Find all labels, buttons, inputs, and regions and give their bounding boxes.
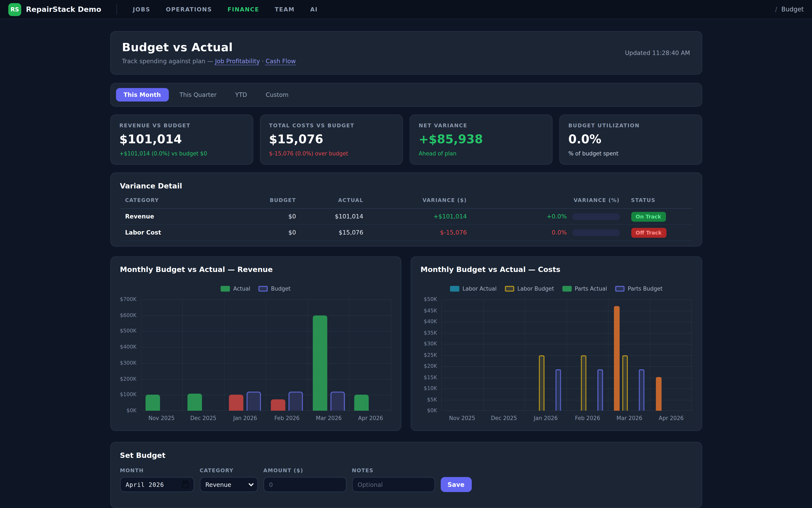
cell-variance-usd: $-15,076 — [363, 229, 467, 236]
legend-item-labor-budget[interactable]: Labor Budget — [505, 285, 554, 292]
kpi-sub: Ahead of plan — [419, 150, 543, 156]
cell-variance-usd: +$101,014 — [363, 213, 467, 220]
select-value: Revenue — [205, 481, 231, 488]
x-tick-label: Feb 2026 — [567, 415, 608, 421]
chart-legend: ActualBudget — [120, 285, 391, 292]
nav-item-team[interactable]: TEAM — [275, 6, 295, 13]
x-tick-label: Mar 2026 — [308, 415, 350, 421]
progress-track — [572, 213, 619, 220]
field-label: MONTH — [120, 468, 194, 473]
variance-detail-card: Variance Detail CATEGORYBUDGETACTUALVARI… — [110, 173, 702, 247]
legend-item-parts-actual[interactable]: Parts Actual — [562, 285, 607, 292]
field-month: MONTHApril 2026 — [120, 468, 194, 492]
nav-item-ai[interactable]: AI — [310, 6, 318, 13]
month-input[interactable]: April 2026 — [120, 477, 194, 492]
cell-category: Revenue — [125, 213, 242, 220]
legend-item-actual[interactable]: Actual — [221, 285, 250, 292]
variance-detail-title: Variance Detail — [120, 182, 692, 190]
bar-parts-budget-feb-2026 — [597, 369, 603, 411]
legend-swatch-icon — [505, 286, 514, 291]
column-header-variance: VARIANCE ($) — [363, 197, 467, 203]
tab-custom[interactable]: Custom — [258, 88, 296, 101]
cell-actual: $15,076 — [296, 229, 363, 236]
y-tick-label: $400K — [120, 344, 136, 350]
legend-label: Labor Budget — [517, 285, 554, 291]
page-title: Budget vs Actual — [122, 41, 296, 54]
y-tick-label: $0K — [427, 408, 437, 413]
table-header-row: CATEGORYBUDGETACTUALVARIANCE ($)VARIANCE… — [120, 197, 692, 208]
bar-group — [229, 299, 261, 411]
x-tick-label: Apr 2026 — [650, 415, 692, 421]
legend-label: Actual — [233, 285, 250, 291]
cell-budget: $0 — [242, 213, 296, 220]
tab-this-month[interactable]: This Month — [116, 88, 169, 101]
nav-item-operations[interactable]: OPERATIONS — [166, 6, 212, 13]
notes-input[interactable]: Optional — [352, 477, 435, 492]
field-category: CATEGORYRevenue — [200, 468, 258, 492]
tab-ytd[interactable]: YTD — [227, 88, 255, 101]
bar-parts-budget-mar-2026 — [639, 369, 644, 411]
cell-variance-pct: 0.0% — [530, 229, 567, 236]
page-header-text: Budget vs Actual Track spending against … — [122, 41, 296, 65]
month-column-mar-2026 — [608, 299, 650, 411]
legend-item-labor-actual[interactable]: Labor Actual — [450, 285, 497, 292]
table-body: Revenue$0$101,014+$101,014+0.0%On TrackL… — [120, 208, 692, 241]
bar-labor-budget-feb-2026 — [581, 355, 586, 411]
breadcrumb-current: Budget — [781, 6, 804, 13]
kpi-card-revenue-vs-budget: REVENUE VS BUDGET$101,014+$101,014 (0.0%… — [110, 115, 253, 165]
bar-group — [312, 299, 345, 411]
kpi-value: $15,076 — [269, 133, 393, 146]
legend-item-budget[interactable]: Budget — [259, 285, 291, 292]
kpi-value: +$85,938 — [419, 133, 543, 146]
status-badge: Off Track — [631, 227, 666, 238]
legend-swatch-icon — [450, 286, 459, 291]
month-column-nov-2025 — [442, 299, 483, 411]
set-budget-card: Set Budget MONTHApril 2026CATEGORYRevenu… — [110, 442, 702, 508]
save-button[interactable]: Save — [440, 477, 472, 492]
chart-x-axis: Nov 2025Dec 2025Jan 2026Feb 2026Mar 2026… — [441, 415, 692, 421]
tab-this-quarter[interactable]: This Quarter — [172, 88, 224, 101]
bar-actual-mar-2026 — [312, 315, 327, 411]
x-tick-label: Dec 2025 — [182, 415, 224, 421]
kpi-value: 0.0% — [568, 133, 693, 146]
y-tick-label: $10K — [424, 385, 437, 391]
page-subtitle: Track spending against plan — Job Profit… — [122, 57, 296, 65]
table-row-revenue: Revenue$0$101,014+$101,014+0.0%On Track — [120, 209, 692, 225]
column-header-variance: VARIANCE (%) — [530, 197, 619, 203]
chart-plot-area: $0K$100K$200K$300K$400K$500K$600K$700K — [120, 299, 391, 411]
month-value: April 2026 — [126, 481, 164, 488]
y-tick-label: $500K — [120, 328, 136, 334]
link-cash-flow[interactable]: Cash Flow — [266, 57, 296, 65]
x-tick-label: Jan 2026 — [224, 415, 266, 421]
x-tick-label: Jan 2026 — [525, 415, 567, 421]
month-column-jan-2026 — [224, 299, 266, 411]
link-job-profitability[interactable]: Job Profitability — [215, 57, 260, 65]
bar-parts-budget-jan-2026 — [555, 369, 561, 411]
bar-budget-feb-2026 — [289, 391, 303, 411]
kpi-row: REVENUE VS BUDGET$101,014+$101,014 (0.0%… — [110, 115, 702, 165]
brand[interactable]: RS RepairStack Demo — [8, 3, 101, 16]
y-tick-label: $0K — [126, 408, 136, 413]
bar-actual-apr-2026 — [354, 395, 369, 411]
chart-y-axis: $0K$100K$200K$300K$400K$500K$600K$700K — [120, 299, 141, 411]
legend-label: Labor Actual — [463, 285, 497, 291]
top-nav: RS RepairStack Demo JOBSOPERATIONSFINANC… — [0, 0, 812, 19]
cell-budget: $0 — [242, 229, 296, 236]
chart-y-axis: $0K$5K$10K$15K$20K$25K$30K$35K$40K$45K$5… — [421, 299, 441, 411]
progress-track — [572, 229, 619, 236]
nav-item-finance[interactable]: FINANCE — [227, 6, 259, 13]
brand-logo: RS — [8, 3, 21, 16]
bar-labor-budget-mar-2026 — [622, 355, 628, 411]
nav-item-jobs[interactable]: JOBS — [133, 6, 151, 13]
legend-item-parts-budget[interactable]: Parts Budget — [615, 285, 663, 292]
kpi-card-total-costs-vs-budget: TOTAL COSTS VS BUDGET$15,076$-15,076 (0.… — [260, 115, 402, 165]
field-label: CATEGORY — [200, 468, 258, 473]
legend-swatch-icon — [221, 286, 230, 291]
category-select[interactable]: Revenue — [200, 477, 258, 492]
amount-input[interactable]: 0 — [263, 477, 346, 492]
column-header-actual: ACTUAL — [296, 197, 363, 203]
bar-group — [530, 299, 561, 411]
kpi-label: TOTAL COSTS VS BUDGET — [269, 123, 393, 128]
kpi-value: $101,014 — [119, 133, 244, 146]
month-column-feb-2026 — [266, 299, 308, 411]
